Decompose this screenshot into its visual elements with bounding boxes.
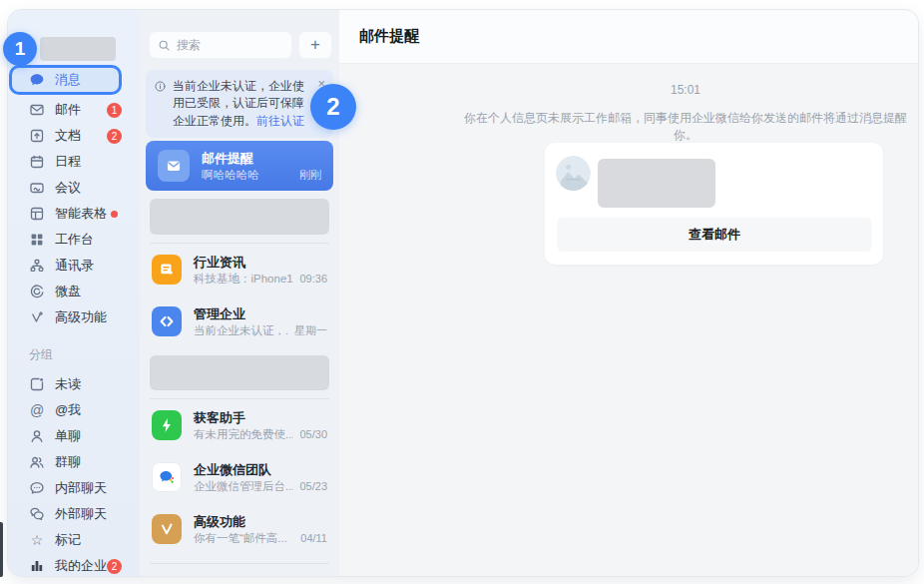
document-icon xyxy=(29,128,45,144)
news-icon xyxy=(152,255,182,285)
sidebar-item-smartsheet[interactable]: 智能表格 xyxy=(8,201,122,227)
sidebar-item-at-me[interactable]: @ @我 xyxy=(8,397,122,423)
wecom-app: 消息 邮件 1 文档 2 xyxy=(0,0,924,584)
sidebar-item-label: 消息 xyxy=(55,71,81,89)
info-icon xyxy=(154,80,167,93)
chat-item-advanced-features[interactable]: 高级功能 你有一笔“邮件高...04/11 xyxy=(140,503,339,555)
unread-icon xyxy=(29,376,45,392)
tutorial-step-1-marker: 1 xyxy=(3,32,37,66)
conversation-title: 邮件提醒 xyxy=(359,27,419,46)
mail-badge: 1 xyxy=(107,103,122,118)
external-chat-icon xyxy=(29,506,45,522)
sidebar-item-single-chat[interactable]: 单聊 xyxy=(8,423,122,449)
go-verify-link[interactable]: 前往认证 xyxy=(256,114,304,128)
chat-item-manage-company[interactable]: 管理企业 当前企业未认证，...星期一 xyxy=(140,295,339,347)
scrollbar-thumb[interactable] xyxy=(0,522,3,577)
company-icon xyxy=(29,558,45,574)
conversation-body: 15:01 你在个人信息页未展示工作邮箱，同事使用企业微信给你发送的邮件将通过消… xyxy=(339,64,918,576)
conversation-header: 邮件提醒 xyxy=(339,10,918,64)
sidebar-item-wedrive[interactable]: 微盘 xyxy=(8,279,122,304)
sidebar-item-my-company[interactable]: 我的企业 2 xyxy=(8,553,122,576)
workbench-icon xyxy=(29,232,45,248)
system-message: 你在个人信息页未展示工作邮箱，同事使用企业微信给你发送的邮件将通过消息提醒你。 xyxy=(453,110,918,144)
avatar xyxy=(556,156,591,191)
lightning-icon xyxy=(152,410,182,440)
app-window: 消息 邮件 1 文档 2 xyxy=(8,10,918,576)
mail-icon xyxy=(29,102,45,118)
wecom-logo-icon xyxy=(152,462,182,492)
chat-time: 刚刚 xyxy=(299,168,321,183)
redacted-chat-item[interactable] xyxy=(150,355,329,390)
single-chat-icon xyxy=(29,428,45,444)
add-button[interactable]: + xyxy=(299,32,331,58)
premium-icon xyxy=(29,309,45,325)
sidebar-nav: 消息 邮件 1 文档 2 xyxy=(8,65,140,576)
sidebar-item-messages[interactable]: 消息 xyxy=(9,65,122,95)
sidebar: 消息 邮件 1 文档 2 xyxy=(8,10,140,576)
groups-section-label: 分组 xyxy=(8,346,122,363)
search-input[interactable] xyxy=(177,38,283,52)
sidebar-item-group-chat[interactable]: 群聊 xyxy=(8,449,122,475)
meeting-icon xyxy=(29,180,45,196)
verify-banner: 当前企业未认证，企业使用已受限，认证后可保障企业正常使用。前往认证 × xyxy=(146,70,333,138)
smartsheet-icon xyxy=(29,206,45,222)
chat-list-panel: + 当前企业未认证，企业使用已受限，认证后可保障企业正常使用。前往认证 × 邮件… xyxy=(140,10,339,576)
sidebar-item-external-chat[interactable]: 外部聊天 xyxy=(8,501,122,527)
contacts-icon xyxy=(29,258,45,274)
star-icon: ☆ xyxy=(29,532,45,548)
manage-company-icon xyxy=(152,306,182,336)
group-chat-icon xyxy=(29,454,45,470)
smartsheet-dot-badge xyxy=(111,211,118,218)
redacted-chat-item[interactable] xyxy=(150,199,329,235)
tutorial-step-2-marker: 2 xyxy=(310,84,356,130)
docs-badge: 2 xyxy=(107,129,122,144)
at-icon: @ xyxy=(29,402,45,418)
chat-bubble-icon xyxy=(29,72,45,88)
sidebar-item-docs[interactable]: 文档 2 xyxy=(8,123,122,149)
search-box[interactable] xyxy=(150,32,291,58)
sidebar-item-contacts[interactable]: 通讯录 xyxy=(8,253,122,279)
sidebar-item-workbench[interactable]: 工作台 xyxy=(8,227,122,253)
sidebar-item-schedule[interactable]: 日程 xyxy=(8,149,122,175)
my-company-badge: 2 xyxy=(107,559,122,574)
conversation-panel: 邮件提醒 15:01 你在个人信息页未展示工作邮箱，同事使用企业微信给你发送的邮… xyxy=(339,10,918,576)
sidebar-item-marked[interactable]: ☆ 标记 xyxy=(8,527,122,553)
chat-preview: 啊哈哈哈哈 xyxy=(202,168,259,183)
internal-chat-icon xyxy=(29,480,45,496)
wedrive-icon xyxy=(29,284,45,299)
company-name-redacted xyxy=(40,37,116,61)
calendar-icon xyxy=(29,154,45,170)
sidebar-item-mail[interactable]: 邮件 1 xyxy=(8,97,122,123)
chat-name: 邮件提醒 xyxy=(202,150,253,168)
view-mail-button[interactable]: 查看邮件 xyxy=(557,218,872,252)
chat-item-mail-notice[interactable]: 邮件提醒 啊哈哈哈哈刚刚 xyxy=(146,141,333,191)
search-icon xyxy=(158,39,171,52)
chat-item-wecom-team[interactable]: 企业微信团队 企业微信管理后台...05/23 xyxy=(140,451,339,503)
mail-notice-icon xyxy=(158,150,190,182)
list-divider xyxy=(150,563,329,564)
redacted-mail-subject xyxy=(598,159,715,208)
sidebar-item-meeting[interactable]: 会议 xyxy=(8,175,122,201)
mail-notification-card: 查看邮件 xyxy=(545,143,883,265)
chat-item-industry-news[interactable]: 行业资讯 科技基地：iPhone1...09:36 xyxy=(140,244,339,295)
sidebar-item-unread[interactable]: 未读 xyxy=(8,371,122,397)
premium-gold-icon xyxy=(152,514,182,544)
sidebar-item-internal-chat[interactable]: 内部聊天 xyxy=(8,475,122,501)
sidebar-item-advanced[interactable]: 高级功能 xyxy=(8,304,122,330)
message-timestamp: 15:01 xyxy=(453,83,918,97)
chat-item-customer-assistant[interactable]: 获客助手 有未用完的免费使...05/30 xyxy=(140,399,339,451)
